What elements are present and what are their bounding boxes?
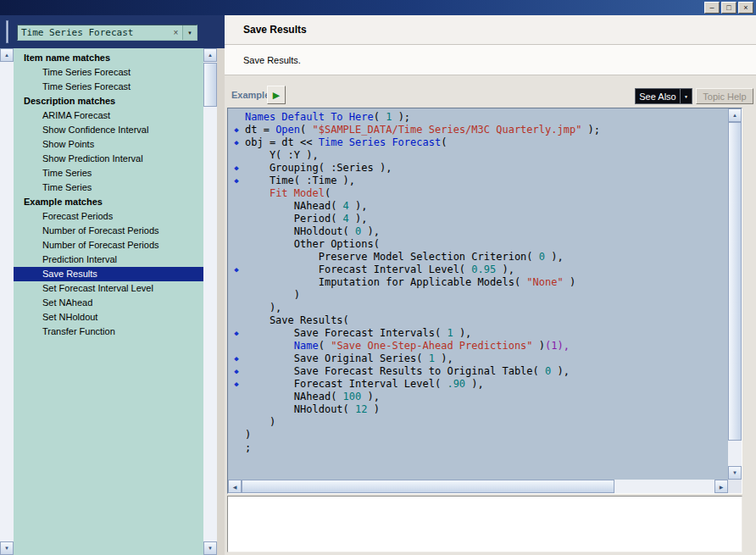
line-gutter <box>228 391 245 403</box>
code-text: Name( "Save One-Step-Ahead Predictions" … <box>245 340 570 352</box>
scrollbar-thumb[interactable] <box>728 122 742 441</box>
sidebar-list-item[interactable]: Show Points <box>14 137 203 152</box>
window-left-scrollbar[interactable]: ▲ ▼ <box>0 48 14 555</box>
sidebar-list-item[interactable]: Set NAhead <box>14 296 203 310</box>
bottom-panel <box>227 496 742 552</box>
code-line: ◆ Save Original Series( 1 ), <box>228 352 728 365</box>
scroll-left-button[interactable]: ◀ <box>228 480 242 493</box>
clear-search-icon[interactable]: × <box>170 25 182 40</box>
scroll-down-button[interactable]: ▼ <box>728 466 742 480</box>
code-text: NHoldout( 0 ), <box>245 225 380 238</box>
code-line: Name( "Save One-Step-Ahead Predictions" … <box>228 340 728 352</box>
code-text: Time( :Time ), <box>245 175 355 187</box>
code-line: ◆ Grouping( :Series ), <box>228 162 728 175</box>
search-dropdown-button[interactable]: ▼ <box>182 25 197 40</box>
code-text: Save Forecast Results to Original Table(… <box>245 365 570 378</box>
code-line: ◆obj = dt << Time Series Forecast( <box>228 136 728 149</box>
code-line: ◆ Time( :Time ), <box>228 175 728 187</box>
code-text: obj = dt << Time Series Forecast( <box>245 136 447 149</box>
code-text: Period( 4 ), <box>245 213 368 225</box>
search-combobox[interactable]: Time Series Forecast × ▼ <box>17 25 197 41</box>
scrollbar-thumb[interactable] <box>203 63 217 107</box>
code-line: NAhead( 4 ), <box>228 200 728 213</box>
scroll-right-button[interactable]: ▶ <box>714 480 728 493</box>
code-line: ; <box>228 441 728 454</box>
scrollbar-thumb[interactable] <box>242 480 614 493</box>
sidebar-list-item[interactable]: Set NHoldout <box>14 310 203 325</box>
code-line: NHoldout( 0 ), <box>228 225 728 238</box>
line-gutter <box>228 276 245 289</box>
minimize-button[interactable]: – <box>704 2 720 14</box>
see-also-button[interactable]: See Also ▼ <box>635 88 692 104</box>
sidebar-scrollbar[interactable]: ▲ ▼ <box>203 48 217 555</box>
play-icon: ▶ <box>273 91 280 100</box>
pane-splitter[interactable] <box>217 48 225 555</box>
sidebar-list: Item name matchesTime Series ForecastTim… <box>14 48 203 555</box>
chevron-down-icon: ▼ <box>680 89 692 103</box>
line-gutter <box>228 213 245 225</box>
line-gutter <box>228 429 245 441</box>
code-line: ◆dt = Open( "$SAMPLE_DATA/Time Series/M3… <box>228 124 728 136</box>
sidebar-list-item[interactable]: Number of Forecast Periods <box>14 238 203 253</box>
run-example-button[interactable]: ▶ <box>267 86 286 104</box>
line-gutter <box>228 225 245 238</box>
sidebar-list-item[interactable]: Set Forecast Interval Level <box>14 281 203 296</box>
scroll-up-button[interactable]: ▲ <box>728 108 742 122</box>
search-input[interactable]: Time Series Forecast <box>18 25 170 40</box>
line-gutter <box>228 238 245 251</box>
code-line: Period( 4 ), <box>228 213 728 225</box>
code-text: Fit Model( <box>245 187 331 200</box>
code-text: Names Default To Here( 1 ); <box>245 111 410 124</box>
line-gutter <box>228 149 245 162</box>
sidebar-list-item[interactable]: Save Results <box>14 267 203 281</box>
editor-horizontal-scrollbar[interactable]: ◀ ▶ <box>228 480 728 493</box>
code-line: ◆ Save Forecast Intervals( 1 ), <box>228 327 728 340</box>
editor-vertical-scrollbar[interactable]: ▲ ▼ <box>728 108 742 480</box>
code-text: Forecast Interval Level( .90 ), <box>245 378 484 391</box>
titlebar: – □ × <box>0 0 756 15</box>
scroll-down-button[interactable]: ▼ <box>0 541 14 555</box>
code-line: NAhead( 100 ), <box>228 391 728 403</box>
page-title: Save Results <box>225 15 756 45</box>
code-line: ◆ Save Forecast Results to Original Tabl… <box>228 365 728 378</box>
page-subtitle: Save Results. <box>225 45 756 75</box>
list-section-header: Example matches <box>14 195 203 209</box>
code-line: Names Default To Here( 1 ); <box>228 111 728 124</box>
sidebar-list-item[interactable]: Show Confidence Interval <box>14 123 203 137</box>
code-line: ) <box>228 416 728 429</box>
scroll-up-button[interactable]: ▲ <box>203 48 217 62</box>
maximize-button[interactable]: □ <box>721 2 737 14</box>
code-line: Other Options( <box>228 238 728 251</box>
sidebar-list-item[interactable]: Time Series Forecast <box>14 80 203 94</box>
sidebar-list-item[interactable]: Number of Forecast Periods <box>14 224 203 238</box>
list-section-header: Item name matches <box>14 51 203 65</box>
sidebar-list-item[interactable]: Time Series Forecast <box>14 65 203 80</box>
code-content[interactable]: Names Default To Here( 1 );◆dt = Open( "… <box>228 108 728 480</box>
code-line: ) <box>228 429 728 441</box>
sidebar-list-item[interactable]: Time Series <box>14 166 203 180</box>
close-button[interactable]: × <box>738 2 753 14</box>
code-line: Imputation for Applicable Models( "None"… <box>228 276 728 289</box>
line-marker-icon: ◆ <box>228 136 245 149</box>
sidebar-list-item[interactable]: Forecast Periods <box>14 209 203 224</box>
code-line: ), <box>228 302 728 314</box>
sidebar-list-item[interactable]: ARIMA Forecast <box>14 108 203 123</box>
code-text: dt = Open( "$SAMPLE_DATA/Time Series/M3C… <box>245 124 600 136</box>
sidebar-list-item[interactable]: Prediction Interval <box>14 253 203 267</box>
scroll-down-button[interactable]: ▼ <box>203 541 217 555</box>
sidebar-list-item[interactable]: Time Series <box>14 180 203 195</box>
toolbar-grip[interactable] <box>6 20 8 43</box>
code-text: NAhead( 4 ), <box>245 200 368 213</box>
line-marker-icon: ◆ <box>228 365 245 378</box>
line-gutter <box>228 111 245 124</box>
sidebar-list-item[interactable]: Show Prediction Interval <box>14 152 203 166</box>
sidebar-list-item[interactable]: Transfer Function <box>14 325 203 339</box>
code-line: Preserve Model Selection Criterion( 0 ), <box>228 251 728 264</box>
line-gutter <box>228 340 245 352</box>
scroll-up-button[interactable]: ▲ <box>0 48 14 62</box>
topic-help-button[interactable]: Topic Help <box>696 88 753 104</box>
code-text: Forecast Interval Level( 0.95 ), <box>245 264 514 276</box>
line-gutter <box>228 302 245 314</box>
script-editor[interactable]: Names Default To Here( 1 );◆dt = Open( "… <box>227 108 742 494</box>
line-marker-icon: ◆ <box>228 352 245 365</box>
